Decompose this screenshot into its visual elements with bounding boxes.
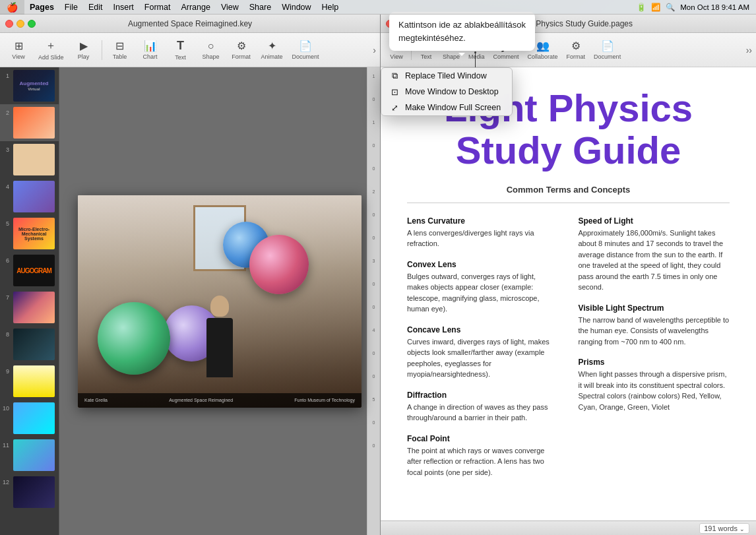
menubar-view[interactable]: View <box>216 0 244 15</box>
menubar-insert[interactable]: Insert <box>108 0 139 15</box>
separator-1 <box>102 40 102 60</box>
toolbar-document-btn[interactable]: 📄 Document <box>288 37 323 63</box>
list-item[interactable]: 1 Augmented Virtual <box>0 67 59 104</box>
list-item[interactable]: 2 <box>0 104 59 141</box>
person-body <box>206 318 233 377</box>
pages-toolbar-chevron-icon[interactable]: ›› <box>746 45 752 55</box>
list-item[interactable]: 6 AUGOGRAM <box>0 252 59 289</box>
tooltip: Kattintson ide az ablakbeállítások megte… <box>389 12 535 51</box>
shape-label: Shape <box>203 53 220 60</box>
ruler-vertical: 10 10 0 20 0 30 0 40 0 50 0 <box>367 67 380 535</box>
toolbar-text-btn[interactable]: T Text <box>166 36 195 63</box>
menubar-left: 🍎 Pages File Edit Insert Format Arrange … <box>0 0 344 15</box>
keynote-titlebar: Augmented Space Reimagined.key <box>0 15 380 33</box>
pages-comment-label: Comment <box>493 53 519 60</box>
keynote-canvas: 10 10 0 20 0 30 0 40 0 50 0 <box>59 67 380 535</box>
toolbar-play-btn[interactable]: ▶ Play <box>69 37 98 63</box>
traffic-lights <box>5 20 36 28</box>
menubar-window[interactable]: Window <box>276 0 316 15</box>
caption-right: Funto Museum of Technology <box>294 398 355 402</box>
search-icon[interactable]: 🔍 <box>666 3 675 12</box>
slide-main: Kate Grella Augmented Space Reimagined F… <box>78 195 362 408</box>
list-item[interactable]: 12 <box>0 474 59 511</box>
pages-statusbar: 191 words ⌄ <box>381 520 756 535</box>
term-prisms: Prisms When light passes through a dispe… <box>579 358 730 412</box>
list-item[interactable]: 3 <box>0 141 59 178</box>
toolbar-view-btn[interactable]: ⊞ View <box>4 37 33 63</box>
sphere-pink <box>249 235 309 294</box>
keynote-window: Augmented Space Reimagined.key ⊞ View ＋ … <box>0 15 381 535</box>
toolbar-format-btn[interactable]: ⚙ Format <box>227 37 256 63</box>
pages-text-label: Text <box>421 53 432 60</box>
toolbar-addslide-btn[interactable]: ＋ Add Slide <box>34 36 68 63</box>
close-button[interactable] <box>5 20 13 28</box>
maximize-button[interactable] <box>28 20 36 28</box>
context-move-to-desktop[interactable]: ⊡ Move Window to Desktop <box>381 84 512 100</box>
move-desktop-icon: ⊡ <box>389 87 400 97</box>
term-visible-spectrum: Visible Light Spectrum The narrow band o… <box>579 303 730 348</box>
keynote-body: 1 Augmented Virtual 2 3 <box>0 67 380 535</box>
text-label: Text <box>175 54 186 61</box>
person-silhouette <box>200 296 239 381</box>
keynote-toolbar: ⊞ View ＋ Add Slide ▶ Play ⊟ Table 📊 Char… <box>0 33 380 67</box>
list-item[interactable]: 7 <box>0 289 59 326</box>
word-count[interactable]: 191 words ⌄ <box>699 523 749 534</box>
pages-collaborate-icon: 👥 <box>536 40 550 52</box>
pages-format-icon: ⚙ <box>571 40 581 52</box>
term-convex-lens: Convex Lens Bulges outward, converges ra… <box>407 260 559 315</box>
context-fullscreen[interactable]: ⤢ Make Window Full Screen <box>381 100 512 115</box>
table-label: Table <box>113 53 127 60</box>
menubar: 🍎 Pages File Edit Insert Format Arrange … <box>0 0 756 15</box>
menubar-pages[interactable]: Pages <box>24 0 59 15</box>
sphere-green <box>98 302 170 375</box>
apple-menu[interactable]: 🍎 <box>0 0 24 15</box>
pages-content: Light Physics Study Guide Common Terms a… <box>381 67 756 535</box>
pages-media-label: Media <box>468 53 485 60</box>
list-item[interactable]: 4 <box>0 178 59 215</box>
list-item[interactable]: 11 <box>0 437 59 474</box>
view-icon: ⊞ <box>15 40 23 52</box>
term-concave-lens: Concave Lens Curves inward, diverges ray… <box>407 325 559 380</box>
toolbar-animate-btn[interactable]: ✦ Animate <box>257 37 287 63</box>
keynote-title: Augmented Space Reimagined.key <box>128 19 252 28</box>
term-diffraction: Diffraction A change in direction of wav… <box>407 391 559 424</box>
list-item[interactable]: 10 <box>0 400 59 437</box>
menubar-format[interactable]: Format <box>139 0 176 15</box>
list-item[interactable]: 8 <box>0 326 59 363</box>
chart-icon: 📊 <box>144 40 157 52</box>
play-label: Play <box>78 53 90 60</box>
slide-background <box>78 195 362 408</box>
animate-label: Animate <box>261 53 283 60</box>
table-icon: ⊟ <box>115 40 124 52</box>
play-icon: ▶ <box>80 40 88 52</box>
pages-toolbar-format-btn[interactable]: ⚙ Format <box>563 37 590 63</box>
menubar-help[interactable]: Help <box>317 0 344 15</box>
pages-toolbar-document-btn[interactable]: 📄 Document <box>590 37 625 63</box>
minimize-button[interactable] <box>16 20 24 28</box>
toolbar-chart-btn[interactable]: 📊 Chart <box>136 37 165 63</box>
shape-icon: ○ <box>208 40 214 52</box>
text-icon: T <box>177 39 184 53</box>
menubar-file[interactable]: File <box>59 0 83 15</box>
wifi-icon: 📶 <box>651 3 660 12</box>
term-speed-of-light: Speed of Light Approximately 186,000mi/s… <box>579 216 730 293</box>
menubar-share[interactable]: Share <box>244 0 276 15</box>
list-item[interactable]: 9 <box>0 363 59 400</box>
pages-shape-label: Shape <box>443 53 460 60</box>
toolbar-table-btn[interactable]: ⊟ Table <box>106 37 135 63</box>
toolbar-shape-btn[interactable]: ○ Shape <box>197 38 226 63</box>
format-label: Format <box>232 53 251 60</box>
doc-columns: Lens Curvature A lens converges/diverges… <box>407 216 730 489</box>
pages-format-label: Format <box>567 53 586 60</box>
menubar-edit[interactable]: Edit <box>83 0 108 15</box>
context-menu: ⧉ Replace Tiled Window ⊡ Move Window to … <box>381 67 513 116</box>
fullscreen-icon: ⤢ <box>389 103 400 113</box>
list-item[interactable]: 5 Micro-Electro-Mechanical Systems <box>0 215 59 252</box>
menubar-arrange[interactable]: Arrange <box>175 0 215 15</box>
context-replace-tiled[interactable]: ⧉ Replace Tiled Window <box>381 68 512 84</box>
toolbar-chevron-icon[interactable]: › <box>373 45 376 55</box>
document-icon: 📄 <box>299 40 312 52</box>
addslide-icon: ＋ <box>46 39 56 53</box>
word-count-chevron-icon: ⌄ <box>740 526 745 532</box>
battery-icon: 🔋 <box>637 3 646 12</box>
